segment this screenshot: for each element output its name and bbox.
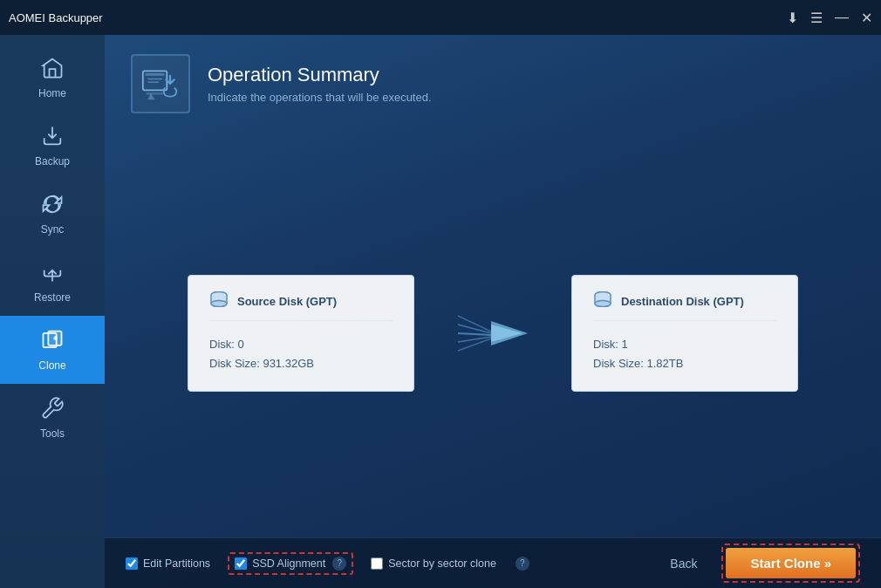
close-icon[interactable]: ✕: [861, 10, 872, 26]
destination-disk-icon: [593, 291, 612, 311]
sector-by-sector-label: Sector by sector clone: [388, 557, 496, 570]
svg-rect-6: [147, 92, 164, 95]
operation-summary-icon: [141, 65, 180, 103]
start-clone-wrapper: Start Clone »: [721, 544, 860, 583]
home-icon: [40, 56, 65, 84]
source-disk-icon: [209, 291, 229, 311]
svg-line-12: [458, 337, 491, 342]
svg-rect-3: [146, 73, 165, 76]
sector-by-sector-input[interactable]: [371, 557, 383, 570]
start-clone-button[interactable]: Start Clone »: [726, 548, 856, 578]
download-icon[interactable]: ⬇: [787, 10, 798, 26]
sidebar-item-home[interactable]: Home: [0, 44, 105, 112]
destination-disk-box: Destination Disk (GPT) Disk: 1 Disk Size…: [571, 275, 798, 392]
start-clone-label: Start Clone »: [750, 556, 831, 571]
sector-by-sector-help-icon[interactable]: ?: [516, 557, 529, 571]
svg-point-17: [595, 300, 611, 306]
destination-disk-header: Destination Disk (GPT): [593, 291, 776, 321]
source-disk-size: Disk Size: 931.32GB: [209, 354, 393, 373]
app-title: AOMEI Backupper: [9, 11, 103, 24]
sidebar-label-tools: Tools: [40, 427, 65, 440]
svg-point-8: [211, 300, 227, 306]
clone-arrow: [414, 298, 571, 368]
window-controls: ⬇ ☰ — ✕: [787, 10, 872, 26]
content-footer: Edit Partitions SSD Alignment ? Sector b…: [105, 537, 881, 588]
source-disk-info: Disk: 0 Disk Size: 931.32GB: [209, 335, 393, 373]
clone-diagram: Source Disk (GPT) Disk: 0 Disk Size: 931…: [188, 275, 798, 392]
edit-partitions-input[interactable]: [126, 557, 138, 570]
clone-diagram-area: Source Disk (GPT) Disk: 0 Disk Size: 931…: [105, 129, 881, 537]
clone-icon: [40, 328, 65, 356]
sync-icon: [40, 192, 65, 220]
destination-disk-title: Destination Disk (GPT): [621, 295, 744, 308]
header-icon-box: [131, 54, 190, 113]
footer-left: Edit Partitions SSD Alignment ? Sector b…: [126, 552, 529, 575]
page-title: Operation Summary: [208, 64, 432, 86]
sidebar-item-tools[interactable]: Tools: [0, 384, 105, 452]
tools-icon: [40, 396, 65, 424]
sidebar-label-home: Home: [38, 87, 66, 99]
destination-disk-size: Disk Size: 1.82TB: [593, 354, 776, 373]
titlebar: AOMEI Backupper ⬇ ☰ — ✕: [0, 0, 881, 35]
svg-line-13: [458, 338, 491, 351]
sidebar-item-sync[interactable]: Sync: [0, 180, 105, 248]
sidebar-label-sync: Sync: [41, 223, 65, 236]
edit-partitions-checkbox[interactable]: Edit Partitions: [126, 557, 210, 570]
sidebar-item-clone[interactable]: Clone: [0, 316, 105, 384]
restore-icon: [40, 260, 65, 288]
sidebar-label-restore: Restore: [34, 291, 71, 304]
ssd-alignment-highlight: SSD Alignment ?: [228, 552, 353, 575]
destination-disk-number: Disk: 1: [593, 335, 776, 354]
arrow-svg: [449, 298, 536, 368]
ssd-alignment-help-icon[interactable]: ?: [332, 557, 346, 571]
sector-by-sector-checkbox[interactable]: Sector by sector clone: [371, 557, 496, 570]
source-disk-box: Source Disk (GPT) Disk: 0 Disk Size: 931…: [188, 275, 414, 392]
destination-disk-info: Disk: 1 Disk Size: 1.82TB: [593, 335, 776, 373]
source-disk-title: Source Disk (GPT): [237, 295, 337, 308]
back-button[interactable]: Back: [659, 551, 707, 576]
minimize-icon[interactable]: —: [835, 10, 849, 25]
backup-icon: [40, 124, 65, 152]
sidebar-label-clone: Clone: [38, 359, 65, 372]
source-disk-header: Source Disk (GPT): [209, 291, 393, 321]
footer-right: Back Start Clone »: [659, 544, 860, 583]
app-body: Home Backup Sync: [0, 35, 881, 588]
svg-line-11: [458, 333, 491, 335]
sidebar: Home Backup Sync: [0, 35, 105, 588]
page-subtitle: Indicate the operations that will be exe…: [208, 91, 432, 104]
edit-partitions-label: Edit Partitions: [143, 557, 210, 570]
sidebar-item-backup[interactable]: Backup: [0, 112, 105, 180]
ssd-alignment-checkbox[interactable]: SSD Alignment: [235, 557, 325, 570]
source-disk-number: Disk: 0: [209, 335, 393, 354]
content-area: Operation Summary Indicate the operation…: [105, 35, 881, 588]
ssd-alignment-input[interactable]: [235, 557, 247, 570]
content-header: Operation Summary Indicate the operation…: [105, 35, 881, 129]
sidebar-label-backup: Backup: [35, 155, 70, 168]
ssd-alignment-label: SSD Alignment: [252, 557, 325, 570]
sidebar-item-restore[interactable]: Restore: [0, 248, 105, 316]
header-text: Operation Summary Indicate the operation…: [208, 64, 432, 104]
menu-icon[interactable]: ☰: [810, 10, 823, 26]
